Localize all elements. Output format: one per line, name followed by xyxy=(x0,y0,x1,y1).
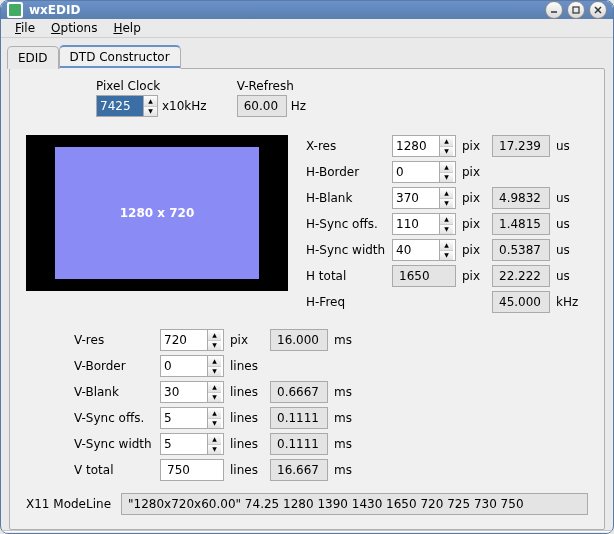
vsyncoffs-label: V-Sync offs. xyxy=(74,411,154,425)
pixel-clock-label: Pixel Clock xyxy=(96,79,207,93)
chevron-up-icon[interactable]: ▲ xyxy=(208,382,221,393)
preview-text: 1280 x 720 xyxy=(120,206,195,220)
vborder-label: V-Border xyxy=(74,359,154,373)
hfreq-value: 45.000 xyxy=(492,291,550,313)
vtotal-value: 750 xyxy=(160,459,224,481)
chevron-down-icon[interactable]: ▼ xyxy=(440,199,453,209)
vblank-label: V-Blank xyxy=(74,385,154,399)
xres-us: 17.239 xyxy=(492,135,550,157)
statusbar: EDID block 1 checksum= 0xA0 OK Group off… xyxy=(1,530,613,534)
window-title: wxEDID xyxy=(29,3,541,17)
htotal-value: 1650 xyxy=(392,265,456,287)
xres-input[interactable]: ▲▼ xyxy=(392,135,456,157)
chevron-down-icon[interactable]: ▼ xyxy=(208,419,221,429)
vres-ms: 16.000 xyxy=(270,329,328,351)
vtotal-label: V total xyxy=(74,463,154,477)
vsyncoffs-ms: 0.1111 xyxy=(270,407,328,429)
pixel-clock-input[interactable]: ▲▼ xyxy=(96,95,158,117)
vborder-input[interactable]: ▲▼ xyxy=(160,355,224,377)
vertical-grid: V-res ▲▼ pix 16.000 ms V-Border ▲▼ lines… xyxy=(74,329,588,481)
menu-help[interactable]: Help xyxy=(105,19,148,37)
vsyncoffs-input[interactable]: ▲▼ xyxy=(160,407,224,429)
pixel-clock-stepper[interactable]: ▲▼ xyxy=(143,96,157,116)
vrefresh-unit: Hz xyxy=(291,99,306,113)
vtotal-ms: 16.667 xyxy=(270,459,328,481)
window: wxEDID File Options Help EDID DTD Constr… xyxy=(0,0,614,534)
client-area: EDID DTD Constructor Pixel Clock ▲▼ x10k… xyxy=(1,38,613,534)
hborder-label: H-Border xyxy=(306,165,386,179)
menu-file[interactable]: File xyxy=(7,19,43,37)
vblank-ms: 0.6667 xyxy=(270,381,328,403)
menubar: File Options Help xyxy=(1,19,613,38)
hblank-input[interactable]: ▲▼ xyxy=(392,187,456,209)
chevron-up-icon[interactable]: ▲ xyxy=(208,356,221,367)
htotal-label: H total xyxy=(306,269,386,283)
chevron-down-icon[interactable]: ▼ xyxy=(208,341,221,351)
chevron-up-icon[interactable]: ▲ xyxy=(208,330,221,341)
hfreq-label: H-Freq xyxy=(306,295,386,309)
hblank-label: H-Blank xyxy=(306,191,386,205)
vblank-input[interactable]: ▲▼ xyxy=(160,381,224,403)
chevron-up-icon[interactable]: ▲ xyxy=(440,188,453,199)
chevron-up-icon[interactable]: ▲ xyxy=(144,96,157,107)
chevron-up-icon[interactable]: ▲ xyxy=(208,408,221,419)
vsyncw-input[interactable]: ▲▼ xyxy=(160,433,224,455)
titlebar: wxEDID xyxy=(1,1,613,19)
htotal-us: 22.222 xyxy=(492,265,550,287)
vres-label: V-res xyxy=(74,333,154,347)
chevron-up-icon[interactable]: ▲ xyxy=(440,214,453,225)
hsyncw-label: H-Sync width xyxy=(306,243,386,257)
chevron-up-icon[interactable]: ▲ xyxy=(208,434,221,445)
chevron-down-icon[interactable]: ▼ xyxy=(208,367,221,377)
hblank-us: 4.9832 xyxy=(492,187,550,209)
tab-edid[interactable]: EDID xyxy=(7,46,59,69)
maximize-button[interactable] xyxy=(567,1,585,19)
svg-rect-0 xyxy=(9,4,21,16)
horizontal-grid: X-res ▲▼ pix 17.239 us H-Border ▲▼ pix H… xyxy=(306,135,576,313)
xres-label: X-res xyxy=(306,139,386,153)
tab-dtd-constructor[interactable]: DTD Constructor xyxy=(59,45,181,69)
hsyncoffs-input[interactable]: ▲▼ xyxy=(392,213,456,235)
hsyncw-us: 0.5387 xyxy=(492,239,550,261)
vrefresh-value: 60.00 xyxy=(237,95,287,117)
close-button[interactable] xyxy=(589,1,607,19)
vsyncw-ms: 0.1111 xyxy=(270,433,328,455)
chevron-up-icon[interactable]: ▲ xyxy=(440,162,453,173)
chevron-down-icon[interactable]: ▼ xyxy=(440,251,453,261)
svg-rect-2 xyxy=(573,7,579,13)
chevron-down-icon[interactable]: ▼ xyxy=(208,445,221,455)
vsyncw-label: V-Sync width xyxy=(74,437,154,451)
hsyncoffs-us: 1.4815 xyxy=(492,213,550,235)
vrefresh-label: V-Refresh xyxy=(237,79,306,93)
dtd-panel: Pixel Clock ▲▼ x10kHz V-Refresh 60.00 Hz xyxy=(9,68,605,530)
pixel-clock-unit: x10kHz xyxy=(162,99,207,113)
chevron-down-icon[interactable]: ▼ xyxy=(208,393,221,403)
hsyncw-input[interactable]: ▲▼ xyxy=(392,239,456,261)
chevron-down-icon[interactable]: ▼ xyxy=(440,225,453,235)
resolution-preview: 1280 x 720 xyxy=(26,135,288,291)
vres-input[interactable]: ▲▼ xyxy=(160,329,224,351)
chevron-up-icon[interactable]: ▲ xyxy=(440,240,453,251)
hborder-input[interactable]: ▲▼ xyxy=(392,161,456,183)
app-icon xyxy=(7,2,23,18)
hsyncoffs-label: H-Sync offs. xyxy=(306,217,386,231)
tabstrip: EDID DTD Constructor xyxy=(1,38,613,68)
menu-options[interactable]: Options xyxy=(43,19,105,37)
modeline-label: X11 ModeLine xyxy=(26,497,111,511)
preview-inner: 1280 x 720 xyxy=(55,147,259,279)
chevron-down-icon[interactable]: ▼ xyxy=(144,107,157,117)
chevron-up-icon[interactable]: ▲ xyxy=(440,136,453,147)
chevron-down-icon[interactable]: ▼ xyxy=(440,173,453,183)
pixel-clock-field[interactable] xyxy=(97,96,143,116)
chevron-down-icon[interactable]: ▼ xyxy=(440,147,453,157)
modeline-value[interactable]: "1280x720x60.00" 74.25 1280 1390 1430 16… xyxy=(121,493,588,515)
minimize-button[interactable] xyxy=(545,1,563,19)
